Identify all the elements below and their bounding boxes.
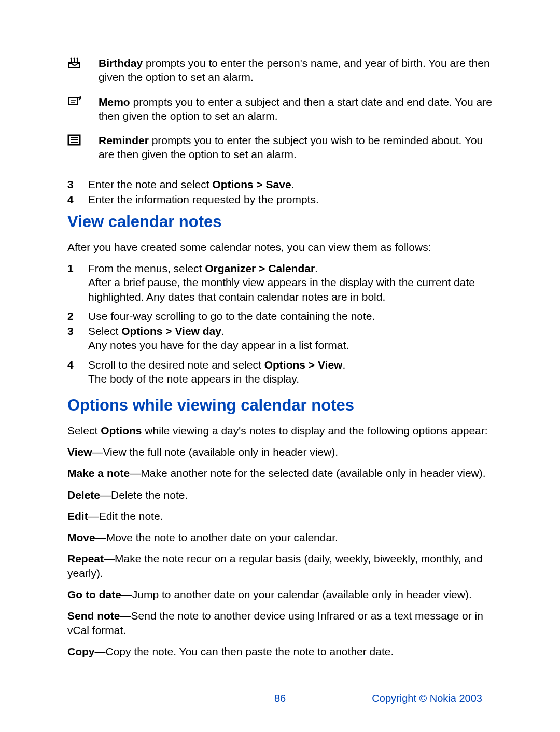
reminder-icon (67, 133, 99, 149)
option-desc: —Jump to another date on your calendar (… (121, 588, 472, 600)
option-desc: —View the full note (available only in h… (92, 446, 338, 458)
option-goto: Go to date—Jump to another date on your … (67, 587, 493, 601)
step-number: 3 (67, 177, 88, 191)
manual-page: Birthday prompts you to enter the person… (0, 0, 560, 732)
step-bold: Options > Save (212, 178, 291, 190)
intro2-pre: Select (67, 425, 101, 437)
option-copy: Copy—Copy the note. You can then paste t… (67, 644, 493, 658)
option-label: Make a note (67, 467, 130, 479)
option-label: View (67, 446, 92, 458)
step-number: 4 (67, 192, 88, 206)
intro-paragraph: After you have created some calendar not… (67, 240, 493, 254)
step-number: 1 (67, 261, 88, 275)
note-type-memo: Memo prompts you to enter a subject and … (67, 95, 493, 123)
view-step-1: 1 From the menus, select Organizer > Cal… (67, 261, 493, 304)
memo-desc: prompts you to enter a subject and then … (99, 96, 492, 122)
step-3a: 3 Enter the note and select Options > Sa… (67, 177, 493, 191)
step-number: 3 (67, 324, 88, 338)
option-move: Move—Move the note to another date on yo… (67, 530, 493, 544)
option-repeat: Repeat—Make the note recur on a regular … (67, 552, 493, 580)
option-desc: —Make the note recur on a regular basis … (67, 553, 482, 579)
step-post: . (342, 359, 345, 371)
option-label: Send note (67, 610, 120, 622)
step-number: 4 (67, 358, 88, 372)
option-label: Go to date (67, 588, 121, 600)
intro2-post: while viewing a day's notes to display a… (142, 425, 488, 437)
step-line2: After a brief pause, the monthly view ap… (88, 276, 475, 302)
option-desc: —Make another note for the selected date… (130, 467, 485, 479)
step-text: Scroll to the desired note and select (88, 359, 264, 371)
option-desc: —Delete the note. (100, 489, 188, 501)
view-step-3: 3 Select Options > View day. Any notes y… (67, 324, 493, 353)
option-desc: —Copy the note. You can then paste the n… (95, 645, 394, 657)
note-type-birthday: Birthday prompts you to enter the person… (67, 56, 493, 85)
copyright: Copyright © Nokia 2003 (372, 692, 482, 705)
step-text: Enter the information requested by the p… (88, 192, 493, 206)
memo-label: Memo (99, 96, 130, 108)
option-desc: —Edit the note. (88, 510, 163, 522)
step-text: Enter the note and select (88, 178, 212, 190)
heading-options-viewing: Options while viewing calendar notes (67, 395, 493, 416)
svg-point-5 (74, 58, 75, 59)
reminder-label: Reminder (99, 134, 149, 146)
option-view: View—View the full note (available only … (67, 445, 493, 459)
option-label: Edit (67, 510, 88, 522)
view-step-2: 2 Use four-way scrolling to go to the da… (67, 309, 493, 323)
memo-icon (67, 95, 99, 109)
step-text: Select (88, 325, 121, 337)
step-post: . (221, 325, 225, 337)
step-post: . (315, 262, 318, 274)
step-bold: Options > View day (121, 325, 221, 337)
svg-point-4 (71, 58, 72, 59)
reminder-desc: prompts you to enter the subject you wis… (99, 134, 483, 160)
birthday-desc: prompts you to enter the person's name, … (99, 57, 490, 83)
step-text: Use four-way scrolling to go to the date… (88, 309, 493, 323)
option-label: Move (67, 531, 95, 543)
step-post: . (291, 178, 295, 190)
heading-view-calendar-notes: View calendar notes (67, 212, 493, 232)
option-label: Delete (67, 489, 100, 501)
view-step-4: 4 Scroll to the desired note and select … (67, 358, 493, 386)
option-desc: —Send the note to another device using I… (67, 610, 483, 636)
step-line2: The body of the note appears in the disp… (88, 373, 299, 385)
option-desc: —Move the note to another date on your c… (95, 531, 338, 543)
option-delete: Delete—Delete the note. (67, 488, 493, 502)
intro2-bold: Options (101, 425, 142, 437)
option-make: Make a note—Make another note for the se… (67, 466, 493, 480)
intro2-paragraph: Select Options while viewing a day's not… (67, 424, 493, 438)
birthday-label: Birthday (99, 57, 143, 69)
option-edit: Edit—Edit the note. (67, 509, 493, 523)
option-send: Send note—Send the note to another devic… (67, 609, 493, 637)
step-number: 2 (67, 309, 88, 323)
step-line2: Any notes you have for the day appear in… (88, 339, 349, 351)
birthday-icon (67, 56, 99, 72)
step-4a: 4 Enter the information requested by the… (67, 192, 493, 206)
option-label: Repeat (67, 553, 104, 565)
note-type-reminder: Reminder prompts you to enter the subjec… (67, 133, 493, 162)
step-bold: Organizer > Calendar (205, 262, 315, 274)
option-label: Copy (67, 645, 95, 657)
step-text: From the menus, select (88, 262, 205, 274)
svg-point-6 (77, 58, 78, 59)
step-bold: Options > View (264, 359, 343, 371)
